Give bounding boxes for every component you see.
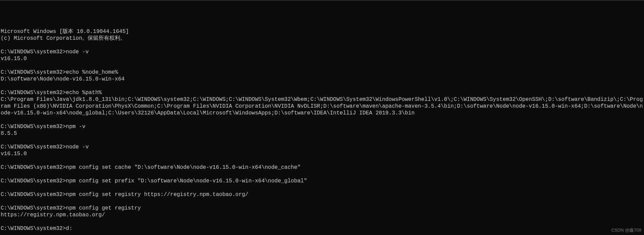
blank-line <box>1 184 644 191</box>
command: echo %node_home% <box>66 69 118 75</box>
terminal-line: v16.15.0 <box>1 150 644 157</box>
terminal-line: C:\WINDOWS\system32>node -v <box>1 144 644 150</box>
terminal-line: C:\Program Files\Java\jdk1.8.0_131\bin;C… <box>1 96 644 116</box>
cmd-output: https://registry.npm.taobao.org/ <box>1 212 105 218</box>
blank-line <box>1 198 644 205</box>
blank-line <box>1 83 644 89</box>
prompt: C:\WINDOWS\system32> <box>1 69 66 75</box>
command: npm config set cache "D:\software\Node\n… <box>66 164 300 170</box>
prompt: C:\WINDOWS\system32> <box>1 225 66 232</box>
watermark: CSDN @鑫709 <box>611 228 641 233</box>
command: node -v <box>66 144 89 150</box>
terminal-line: C:\WINDOWS\system32>npm config set regis… <box>1 191 644 198</box>
command: d: <box>66 225 72 232</box>
terminal-line: C:\WINDOWS\system32>npm config get regis… <box>1 205 644 212</box>
cmd-output: 8.5.5 <box>1 130 17 137</box>
terminal-line: (c) Microsoft Corporation。保留所有权利。 <box>1 35 644 42</box>
terminal-line: C:\WINDOWS\system32>echo %path% <box>1 89 644 96</box>
terminal-output[interactable]: Microsoft Windows [版本 10.0.19044.1645](c… <box>1 28 644 235</box>
terminal-line: C:\WINDOWS\system32>echo %node_home% <box>1 69 644 76</box>
prompt: C:\WINDOWS\system32> <box>1 90 66 96</box>
prompt: C:\WINDOWS\system32> <box>1 49 66 55</box>
terminal-line: v16.15.0 <box>1 55 644 62</box>
prompt: C:\WINDOWS\system32> <box>1 205 66 211</box>
blank-line <box>1 42 644 49</box>
blank-line <box>1 62 644 69</box>
cmd-output: C:\Program Files\Java\jdk1.8.0_131\bin;C… <box>1 96 643 116</box>
blank-line <box>1 137 644 144</box>
cmd-output: D:\software\Node\node-v16.15.0-win-x64 <box>1 76 125 82</box>
blank-line <box>1 232 644 235</box>
command: npm config set prefix "D:\software\Node\… <box>66 178 307 184</box>
terminal-line: C:\WINDOWS\system32>npm config set cache… <box>1 164 644 171</box>
terminal-line: Microsoft Windows [版本 10.0.19044.1645] <box>1 28 644 35</box>
blank-line <box>1 171 644 178</box>
cmd-output: v16.15.0 <box>1 56 27 62</box>
command: node -v <box>66 49 89 55</box>
terminal-line: D:\software\Node\node-v16.15.0-win-x64 <box>1 76 644 83</box>
cmd-output: v16.15.0 <box>1 151 27 157</box>
terminal-line: C:\WINDOWS\system32>npm -v <box>1 123 644 130</box>
terminal-line: C:\WINDOWS\system32>d: <box>1 225 644 232</box>
blank-line <box>1 218 644 225</box>
terminal-line: C:\WINDOWS\system32>npm config set prefi… <box>1 178 644 184</box>
prompt: C:\WINDOWS\system32> <box>1 124 66 130</box>
terminal-line: https://registry.npm.taobao.org/ <box>1 212 644 218</box>
terminal-line: 8.5.5 <box>1 130 644 137</box>
blank-line <box>1 116 644 123</box>
header-line: (c) Microsoft Corporation。保留所有权利。 <box>1 35 126 41</box>
command: echo %path% <box>66 90 102 96</box>
blank-line <box>1 157 644 164</box>
prompt: C:\WINDOWS\system32> <box>1 192 66 198</box>
terminal-line: C:\WINDOWS\system32>node -v <box>1 49 644 55</box>
command: npm config set registry https://registry… <box>66 192 249 198</box>
prompt: C:\WINDOWS\system32> <box>1 178 66 184</box>
header-line: Microsoft Windows [版本 10.0.19044.1645] <box>1 29 129 35</box>
prompt: C:\WINDOWS\system32> <box>1 144 66 150</box>
prompt: C:\WINDOWS\system32> <box>1 164 66 170</box>
command: npm -v <box>66 124 86 130</box>
command: npm config get registry <box>66 205 141 211</box>
